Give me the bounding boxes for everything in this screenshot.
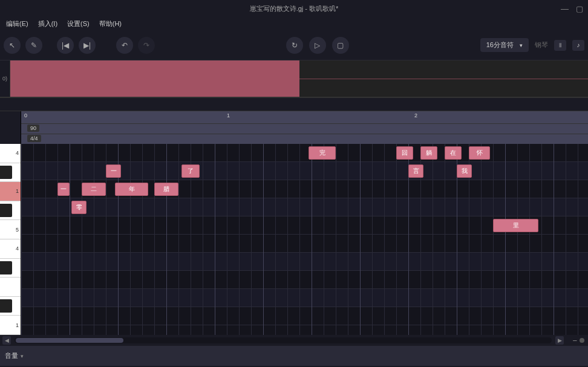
waveform-active-region — [10, 60, 299, 97]
window-title: 崽宝写的散文诗.gj - 歌叽歌叽* — [250, 4, 339, 13]
note-block[interactable]: 一 — [106, 164, 121, 178]
parameter-panel[interactable]: 音量 ▾ — [0, 346, 588, 366]
note-block[interactable]: 年 — [115, 183, 148, 196]
note-block[interactable]: 回 — [396, 146, 413, 160]
note-block[interactable]: 了 — [181, 164, 200, 178]
ruler-mark: 2 — [414, 112, 417, 119]
redo-button[interactable]: ↷ — [138, 37, 155, 54]
timesig-value[interactable]: 4/4 — [27, 135, 41, 142]
grid-vline — [154, 144, 155, 335]
grid-vline — [396, 144, 397, 335]
scroll-right-button[interactable]: ▶ — [555, 336, 564, 345]
grid-vline — [287, 144, 288, 335]
grid-vline — [433, 144, 433, 335]
tempo-track[interactable]: 90 — [21, 123, 588, 134]
scroll-track[interactable] — [15, 337, 552, 343]
piano-key[interactable]: 4 — [0, 144, 21, 163]
grid-vline — [505, 144, 506, 335]
note-block[interactable]: 二 — [82, 183, 106, 196]
piano-key[interactable]: 4 — [0, 239, 21, 259]
snap-right-tool[interactable]: ▶| — [79, 37, 96, 54]
waveform-body[interactable] — [10, 60, 588, 97]
note-division-select[interactable]: 16分音符 ▾ — [480, 38, 529, 52]
grid-vline — [384, 144, 385, 335]
grid-vline — [70, 144, 70, 335]
piano-key-active[interactable]: 1 — [0, 182, 21, 201]
note-block[interactable]: 里 — [493, 219, 538, 232]
piano-keyboard: 4 1 5 4 1 — [0, 111, 21, 335]
play-button[interactable]: ▷ — [309, 37, 326, 54]
grid-vline — [360, 144, 361, 335]
piano-key[interactable]: 1 — [0, 316, 21, 335]
tool-group-right: 16分音符 ▾ 钢琴 ⦀ ♪ — [480, 38, 584, 52]
note-block[interactable]: 言 — [408, 164, 423, 178]
piano-key-black[interactable] — [0, 297, 21, 316]
scroll-thumb[interactable] — [16, 338, 123, 343]
waveform-overview: 0) — [0, 60, 588, 98]
grid-vline — [493, 144, 494, 335]
note-grid[interactable]: 完回躺在怀一了言我一二年腊零里睡 — [21, 144, 588, 335]
grid-vline — [227, 144, 227, 335]
timesig-track[interactable]: 4/4 — [21, 134, 588, 144]
grid-vline — [445, 144, 445, 335]
transport-controls: ↻ ▷ ▢ — [155, 37, 480, 54]
piano-key[interactable]: 5 — [0, 220, 21, 239]
pointer-tool[interactable]: ↖ — [4, 37, 21, 54]
grid-vline — [21, 144, 22, 335]
ruler-mark: 1 — [227, 112, 230, 119]
menu-help[interactable]: 帮助(H) — [96, 18, 125, 30]
eq-toggle[interactable]: ⦀ — [554, 40, 566, 51]
grid-vline — [517, 144, 518, 335]
grid-vline — [275, 144, 276, 335]
minimize-button[interactable]: — — [561, 4, 569, 13]
grid-vline — [57, 144, 58, 335]
tool-group-left: ↖ ✎ |◀ ▶| ↶ ↷ — [4, 37, 155, 54]
chevron-down-icon: ▾ — [520, 42, 523, 48]
grid-vline — [372, 144, 373, 335]
tempo-value[interactable]: 90 — [27, 125, 39, 132]
time-ruler[interactable]: 0 1 2 — [21, 111, 588, 123]
note-block[interactable]: 零 — [71, 201, 87, 214]
zoom-indicator — [580, 338, 584, 343]
note-block[interactable]: 完 — [309, 146, 336, 160]
zoom-controls: − — [572, 336, 584, 345]
note-grid-container: 0 1 2 90 4/4 完回躺在怀一了言我一二年腊零里睡 — [21, 111, 588, 335]
stop-button[interactable]: ▢ — [332, 37, 349, 54]
note-block[interactable]: 腊 — [154, 183, 178, 196]
grid-vline — [166, 144, 167, 335]
note-block[interactable]: 我 — [457, 164, 472, 178]
menu-edit[interactable]: 编辑(E) — [2, 18, 32, 30]
grid-vline — [203, 144, 203, 335]
toolbar: ↖ ✎ |◀ ▶| ↶ ↷ ↻ ▷ ▢ 16分音符 ▾ 钢琴 ⦀ ♪ — [0, 30, 588, 60]
spacer — [0, 98, 588, 111]
piano-key-black[interactable] — [0, 201, 21, 221]
grid-vline — [312, 144, 312, 335]
grid-vline — [578, 144, 578, 335]
note-block[interactable]: 在 — [445, 146, 462, 160]
note-block[interactable]: 怀 — [469, 146, 490, 160]
pencil-tool[interactable]: ✎ — [25, 37, 42, 54]
grid-vline — [82, 144, 82, 335]
note-block[interactable]: 一 — [57, 183, 70, 196]
scroll-left-button[interactable]: ◀ — [2, 336, 11, 345]
grid-vline — [554, 144, 554, 335]
zoom-out-button[interactable]: − — [572, 336, 577, 345]
grid-vline — [251, 144, 252, 335]
loop-button[interactable]: ↻ — [286, 37, 303, 54]
mixer-button[interactable]: ♪ — [572, 40, 584, 51]
piano-key-black[interactable] — [0, 259, 21, 278]
piano-roll: 4 1 5 4 1 0 1 2 90 4/4 完回躺在怀一了言我一二年腊零里睡 — [0, 111, 588, 335]
grid-vline — [130, 144, 131, 335]
piano-key[interactable] — [0, 278, 21, 297]
maximize-button[interactable]: ▢ — [576, 4, 583, 13]
snap-left-tool[interactable]: |◀ — [57, 37, 74, 54]
menu-settings[interactable]: 设置(S) — [64, 18, 93, 30]
undo-button[interactable]: ↶ — [116, 37, 133, 54]
piano-key-black[interactable] — [0, 163, 21, 183]
note-block[interactable]: 躺 — [420, 146, 437, 160]
menu-bar: 编辑(E) 插入(I) 设置(S) 帮助(H) — [0, 17, 588, 30]
window-controls: — ▢ — [561, 4, 583, 13]
horizontal-scroll: ◀ ▶ − — [0, 335, 588, 346]
menu-insert[interactable]: 插入(I) — [34, 18, 61, 30]
grid-vline — [178, 144, 179, 335]
